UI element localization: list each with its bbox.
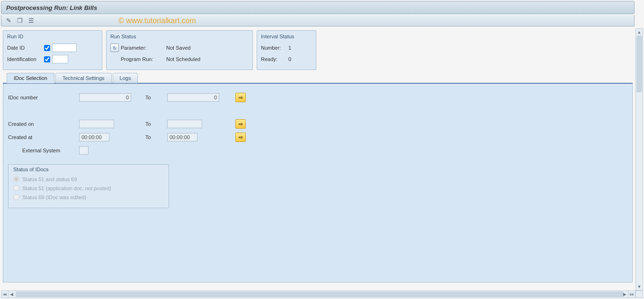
created-at-label: Created at [8,134,79,140]
date-id-checkbox[interactable] [44,45,50,51]
external-system-label: External System [8,148,79,153]
status-radio-1[interactable] [13,176,19,182]
horizontal-scrollbar[interactable]: ⏮ ◀ ▶ ⏭ [1,290,635,298]
refresh-icon[interactable]: ↻ [110,44,119,52]
arrow-right-icon: ⇨ [239,121,243,127]
created-at-from[interactable] [79,133,109,141]
scroll-left-first-icon[interactable]: ⏮ [1,291,8,298]
idoc-number-to[interactable] [167,93,219,102]
status-radio-3[interactable] [13,194,19,200]
identification-label: Identification [7,56,41,62]
parameter-value: Not Saved [166,45,190,51]
status-group-title: Status of IDocs [13,165,164,176]
edit-icon[interactable]: ✎ [4,17,13,25]
panel-run-status: Run Status ↻ Parameter: Not Saved Progra… [106,30,253,70]
identification-input[interactable] [52,55,68,63]
ready-value: 0 [288,56,291,62]
created-on-from[interactable] [79,120,114,128]
panel-title-run-id: Run ID [7,33,98,40]
panel-interval-status: Interval Status Number: 1 Ready: 0 [257,30,316,70]
parameter-label: Parameter: [121,45,163,51]
created-on-to[interactable] [167,120,202,128]
more-button-3[interactable]: ⇨ [235,132,246,142]
more-button-1[interactable]: ⇨ [235,93,246,102]
toolbar: ✎ ❐ ☰ [1,15,635,26]
tab-idoc-selection[interactable]: IDoc Selection [7,73,54,83]
idoc-number-label: IDoc number [8,95,79,100]
tabs: IDoc Selection Technical Settings Logs [7,73,633,83]
date-id-input[interactable] [52,44,77,52]
scroll-right-last-icon[interactable]: ⏭ [628,291,635,298]
status-opt-3[interactable]: Status 69 (IDoc was edited) [13,194,164,200]
title-bar: Postprocessing Run: Link Bills [1,1,635,14]
program-run-label: Program Run: [121,56,163,62]
identification-checkbox[interactable] [44,56,50,62]
status-opt-2[interactable]: Status 51 (application doc. not posted) [13,185,164,191]
to-label-2: To [145,121,162,127]
scroll-left-icon[interactable]: ◀ [8,291,15,298]
number-value: 1 [288,45,291,51]
panel-title-run-status: Run Status [110,33,249,40]
vertical-scrollbar[interactable]: ▲ ▼ [635,28,643,290]
scroll-h-thumb[interactable] [16,291,624,297]
external-system-input[interactable] [79,146,89,155]
scroll-v-thumb[interactable] [636,35,642,92]
created-on-label: Created on [8,121,79,127]
scroll-right-icon[interactable]: ▶ [622,291,628,298]
scroll-down-icon[interactable]: ▼ [636,283,643,290]
copy-icon[interactable]: ❐ [16,17,24,25]
page-title: Postprocessing Run: Link Bills [6,4,97,11]
status-opt-1-label: Status 51 and status 69 [22,176,77,182]
to-label-3: To [145,134,162,140]
tab-technical-settings[interactable]: Technical Settings [55,73,112,83]
date-id-label: Date ID [7,45,41,51]
status-opt-3-label: Status 69 (IDoc was edited) [22,194,86,200]
number-label: Number: [261,45,286,51]
status-opt-1[interactable]: Status 51 and status 69 [13,176,164,182]
tab-content: IDoc number To ⇨ Created on To ⇨ Created… [3,84,633,282]
arrow-right-icon: ⇨ [239,134,243,141]
ready-label: Ready: [261,56,286,62]
status-opt-2-label: Status 51 (application doc. not posted) [22,185,111,191]
more-button-2[interactable]: ⇨ [235,119,246,129]
panel-row: Run ID Date ID Identification Run Status… [3,30,633,70]
status-of-idocs-group: Status of IDocs Status 51 and status 69 … [8,164,169,208]
idoc-number-from[interactable] [79,93,131,102]
program-run-value: Not Scheduled [166,56,200,62]
scroll-corner [635,290,643,298]
status-radio-2[interactable] [13,185,19,191]
list-icon[interactable]: ☰ [27,17,36,25]
tab-logs[interactable]: Logs [113,73,138,83]
arrow-right-icon: ⇨ [239,95,243,101]
to-label-1: To [145,95,162,100]
scroll-up-icon[interactable]: ▲ [636,29,643,35]
created-at-to[interactable] [167,133,197,141]
panel-run-id: Run ID Date ID Identification [3,30,102,70]
panel-title-interval-status: Interval Status [261,33,312,40]
